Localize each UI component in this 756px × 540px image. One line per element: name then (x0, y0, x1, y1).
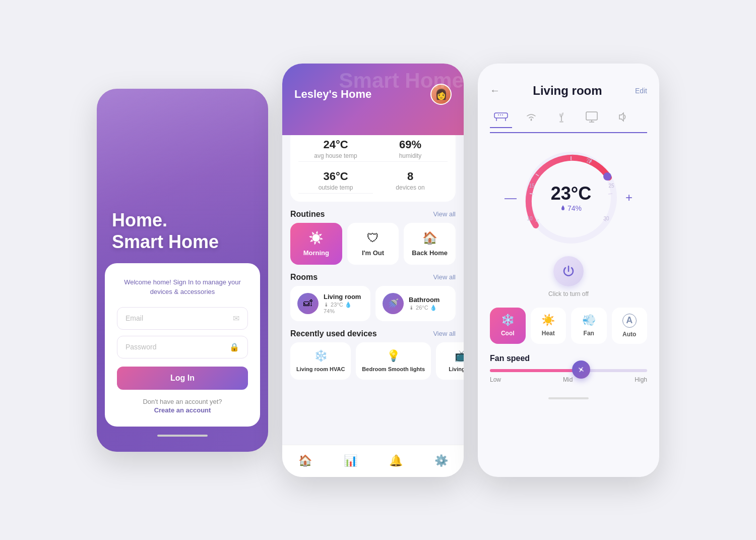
home-indicator (548, 397, 589, 399)
edit-button[interactable]: Edit (635, 87, 647, 95)
device-tab-wifi[interactable] (520, 106, 542, 128)
thermostat-section: — (490, 147, 647, 248)
fan-thumb[interactable] (572, 361, 590, 379)
login-screen: Home.Smart Home Welcome home! Sign In to… (97, 89, 268, 452)
nav-charts-icon[interactable]: 📊 (344, 454, 357, 467)
fan-label: Fan (584, 330, 594, 337)
device-tab-plant[interactable] (550, 106, 573, 128)
stat-humidity-label: humidity (373, 152, 448, 159)
nav-settings-icon[interactable]: ⚙️ (434, 454, 448, 467)
stat-avg-temp-value: 24°C (298, 138, 373, 151)
device-icon-tabs (490, 106, 647, 133)
power-label: Click to turn off (490, 290, 647, 297)
fan-thumb-wrap (572, 361, 590, 379)
devices-title: Recently used devices (290, 329, 377, 338)
room-living-name: Living room (324, 293, 363, 301)
hvac-name: Living room HVAC (296, 366, 345, 373)
backhome-label: Back Home (412, 249, 448, 257)
nav-bell-icon[interactable]: 🔔 (389, 454, 403, 467)
imout-icon: 🛡 (367, 231, 379, 245)
device-tab-tv[interactable] (581, 106, 603, 128)
stat-devices-on-label: devices on (373, 184, 448, 191)
heat-label: Heat (542, 330, 555, 337)
signup-links: Don't have an account yet? Create an acc… (117, 398, 248, 414)
device-tab-speaker[interactable] (611, 106, 633, 128)
mode-cool[interactable]: ❄️ Cool (490, 308, 526, 344)
stat-avg-temp-label: avg house temp (298, 152, 373, 159)
temperature-display: 23°C (551, 183, 591, 204)
room-bathroom[interactable]: 🚿 Bathroom 🌡 26°C 💧 (375, 286, 456, 321)
rooms-section-header: Rooms View all (282, 265, 464, 286)
temp-increase-button[interactable]: + (621, 187, 637, 209)
back-button[interactable]: ← (490, 85, 500, 96)
routines-row: ☀️ Morning 🛡 I'm Out 🏠 Back Home (282, 223, 464, 265)
living-room-screen: ← Living room Edit (478, 64, 659, 477)
devices-view-all[interactable]: View all (433, 330, 456, 337)
temp-decrease-button[interactable]: — (500, 187, 521, 209)
fan-high-label: High (635, 376, 647, 383)
rooms-title: Rooms (290, 273, 318, 282)
svg-rect-0 (494, 113, 508, 118)
stat-outside-temp-label: outside temp (298, 184, 373, 191)
device-tab-ac[interactable] (490, 106, 512, 128)
login-subtitle: Welcome home! Sign In to manage your dev… (117, 277, 248, 297)
room-living-icon: 🛋 (297, 293, 319, 314)
tv-icon-tab (581, 106, 603, 128)
device-hvac[interactable]: ❄️ Living room HVAC (290, 342, 351, 380)
device-lights[interactable]: 💡 Bedroom Smooth lights (356, 342, 431, 380)
svg-rect-6 (586, 112, 597, 120)
room-bathroom-name: Bathroom (409, 296, 439, 304)
mode-fan[interactable]: 💨 Fan (571, 308, 607, 344)
device-tv[interactable]: 📺 Living TV (436, 342, 464, 380)
login-button[interactable]: Log In (117, 367, 248, 390)
imout-label: I'm Out (362, 249, 384, 257)
routines-view-all[interactable]: View all (433, 210, 456, 218)
email-field-wrap: ✉ (117, 307, 248, 330)
create-account-link[interactable]: Create an account (154, 406, 211, 414)
nav-home-icon[interactable]: 🏠 (298, 454, 312, 467)
no-account-text: Don't have an account yet? (117, 398, 248, 405)
mode-auto[interactable]: A Auto (612, 308, 648, 344)
humidity-display: 74% (560, 204, 582, 212)
fan-labels: Low Mid High (490, 376, 647, 383)
auto-icon: A (622, 314, 637, 328)
tv-name: Living TV (442, 366, 464, 373)
page-title: Living room (533, 84, 602, 98)
living-room-content: ← Living room Edit (478, 64, 659, 477)
devices-row: ❄️ Living room HVAC 💡 Bedroom Smooth lig… (282, 342, 464, 380)
fan-low-label: Low (490, 376, 501, 383)
power-button[interactable] (553, 256, 584, 286)
room-living[interactable]: 🛋 Living room 🌡 23°C 💧 74% (290, 286, 370, 321)
plant-icon (550, 106, 573, 128)
mode-heat[interactable]: ☀️ Heat (531, 308, 566, 344)
morning-icon: ☀️ (308, 231, 324, 245)
password-input[interactable] (125, 343, 229, 351)
bottom-nav: 🏠 📊 🔔 ⚙️ (282, 445, 464, 477)
tv-icon: 📺 (442, 349, 464, 363)
auto-label: Auto (622, 331, 636, 338)
header-watermark: Smart Home (339, 69, 464, 93)
lights-icon: 💡 (362, 349, 425, 363)
fan-speed-section: Fan speed Low (490, 354, 647, 391)
routine-backhome[interactable]: 🏠 Back Home (404, 223, 456, 265)
dashboard-header: Smart Home Lesley's Home 👩 (282, 64, 464, 135)
svg-marker-9 (619, 113, 623, 121)
hvac-icon: ❄️ (296, 349, 345, 363)
room-bathroom-stats: 🌡 26°C 💧 (409, 305, 439, 311)
top-row: ← Living room Edit (490, 84, 647, 98)
devices-section-header: Recently used devices View all (282, 321, 464, 342)
room-living-stats: 🌡 23°C 💧 74% (324, 302, 363, 314)
fan-speed-title: Fan speed (490, 354, 647, 363)
rooms-view-all[interactable]: View all (433, 273, 456, 281)
dial-center: 23°C 74% (521, 147, 621, 248)
thermostat-dial: 20 25 30 10 15 23°C (521, 147, 621, 248)
room-bathroom-info: Bathroom 🌡 26°C 💧 (409, 296, 439, 311)
routine-imout[interactable]: 🛡 I'm Out (347, 223, 399, 265)
hero-title: Home.Smart Home (112, 209, 253, 253)
morning-label: Morning (303, 249, 329, 257)
home-indicator (157, 435, 208, 437)
routine-morning[interactable]: ☀️ Morning (290, 223, 342, 265)
stat-devices-on: 8 devices on (373, 168, 448, 194)
email-input[interactable] (125, 314, 233, 322)
email-icon: ✉ (233, 314, 239, 323)
